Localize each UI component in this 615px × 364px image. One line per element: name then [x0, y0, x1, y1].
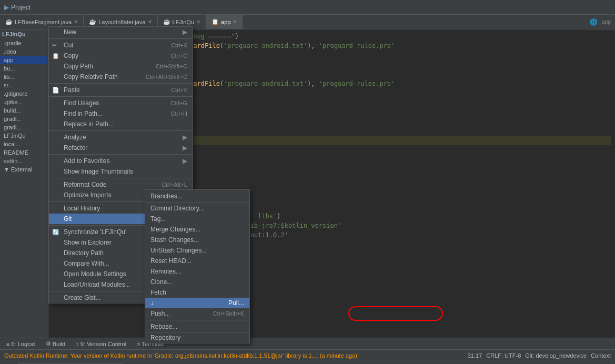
status-git: Git: develop_newdevice	[525, 352, 587, 359]
submenu-item-branches[interactable]: Branches...	[145, 191, 249, 201]
sidebar-item-build[interactable]: bu...	[0, 64, 48, 73]
tab-app[interactable]: 📋 app ✕	[206, 15, 243, 29]
menu-label: Show Image Thumbnails	[64, 168, 133, 175]
sidebar-item-external[interactable]: ▼ External	[0, 165, 48, 174]
menu-label: Refactor	[64, 144, 87, 151]
submenu-item-pull[interactable]: ↓ Pull...	[145, 298, 249, 308]
submenu-label: Merge Changes...	[150, 226, 200, 233]
menu-item-copy-path[interactable]: Copy Path Ctrl+Shift+C	[49, 61, 193, 72]
shortcut-label: Ctrl+C	[171, 53, 187, 59]
shortcut-label: Ctrl+Shift+K	[213, 310, 244, 317]
bottom-tab-version-control[interactable]: ↕ 9: Version Control	[72, 338, 130, 350]
tab-label-text: app	[221, 19, 230, 25]
project-title: Project	[11, 4, 31, 11]
cut-icon: ✂	[52, 42, 57, 49]
submenu-item-remotes[interactable]: Remotes...	[145, 266, 249, 277]
submenu-label: Clone...	[150, 278, 172, 286]
close-icon[interactable]: ✕	[74, 19, 78, 25]
sidebar-item-settings[interactable]: settin...	[0, 157, 48, 165]
submenu-label: Remotes...	[150, 268, 181, 275]
menu-item-paste[interactable]: 📄 Paste Ctrl+V	[49, 85, 193, 95]
shortcut-label: Ctrl+H	[171, 110, 187, 117]
sidebar-item-gradle[interactable]: .gradle	[0, 39, 48, 47]
menu-separator	[49, 96, 193, 97]
sidebar-item-gradle2[interactable]: gradl...	[0, 115, 48, 123]
menu-item-show-image[interactable]: Show Image Thumbnails	[49, 166, 193, 177]
menu-item-reformat[interactable]: Reformat Code Ctrl+Alt+L	[49, 179, 193, 190]
submenu-item-fetch[interactable]: Fetch	[145, 287, 249, 298]
status-warning: Outdated Kotlin Runtime: Your version of…	[4, 352, 463, 359]
git-submenu: Branches... Commit Directory... Tag... M…	[145, 189, 250, 343]
submenu-item-commit[interactable]: Commit Directory...	[145, 203, 249, 214]
menu-separator	[49, 130, 193, 131]
build-icon: ⚙	[46, 340, 51, 347]
menu-label: Directory Path	[64, 249, 104, 257]
sidebar-item-lfjinqu[interactable]: LFJinQu	[0, 132, 48, 140]
browser-icon[interactable]: 🌐	[586, 18, 602, 26]
bottom-tab-logcat[interactable]: ≡ 6: Logcat	[2, 338, 39, 350]
submenu-item-reset-head[interactable]: Reset HEAD...	[145, 256, 249, 266]
sidebar-item-readme[interactable]: README	[0, 148, 48, 157]
submenu-label: UnStash Changes...	[150, 247, 207, 254]
sidebar-item-app[interactable]: app	[0, 56, 48, 64]
menu-item-find-usages[interactable]: Find Usages Ctrl+G	[49, 98, 193, 108]
tab-icon: 📋	[211, 18, 219, 25]
menu-item-analyze[interactable]: Analyze ▶	[49, 132, 193, 143]
menu-separator	[49, 83, 193, 84]
sidebar-item-gradle3[interactable]: gradl...	[0, 123, 48, 132]
close-icon[interactable]: ✕	[233, 19, 237, 25]
close-icon[interactable]: ✕	[196, 19, 200, 25]
submenu-item-rebase[interactable]: Rebase...	[145, 321, 249, 332]
submenu-item-push[interactable]: Push... Ctrl+Shift+K	[145, 308, 249, 319]
sidebar-item-build2[interactable]: build...	[0, 106, 48, 115]
submenu-arrow-icon: ▶	[183, 144, 187, 151]
sync-icon: 🔄	[52, 229, 59, 236]
close-icon[interactable]: ✕	[148, 19, 152, 25]
menu-item-copy[interactable]: 📋 Copy Ctrl+C	[49, 50, 193, 61]
tab-icon: ☕	[163, 18, 170, 25]
shortcut-label: Ctrl+V	[171, 87, 187, 93]
menu-item-replace-path[interactable]: Replace in Path...	[49, 119, 193, 129]
top-bar: ▶ Project	[0, 0, 615, 15]
submenu-item-repository[interactable]: Repository	[145, 332, 249, 343]
menu-item-add-favorites[interactable]: Add to Favorites ▶	[49, 156, 193, 166]
input-bar: ◀ ▶ https://blog.csdn.net/qq/3733G13	[0, 361, 615, 364]
submenu-item-tag[interactable]: Tag...	[145, 214, 249, 224]
sidebar-item-local[interactable]: local...	[0, 140, 48, 148]
shortcut-label: Ctrl+G	[170, 100, 187, 106]
menu-label: Optimize Imports	[64, 191, 112, 199]
submenu-label: Push...	[150, 310, 170, 317]
sidebar-header: LFJinQu	[0, 29, 48, 39]
shortcut-label: Ctrl+Alt+Shift+C	[146, 74, 187, 80]
submenu-item-stash[interactable]: Stash Changes...	[145, 235, 249, 245]
menu-label: Paste	[64, 86, 80, 94]
submenu-item-clone[interactable]: Clone...	[145, 277, 249, 287]
shortcut-label: Ctrl+X	[171, 42, 187, 48]
menu-label: Find in Path...	[64, 110, 103, 117]
tab-label-text: LFBaseFragment.java	[15, 19, 72, 25]
menu-label: Load/Unload Modules...	[64, 281, 130, 288]
bottom-tab-build[interactable]: ⚙ Build	[42, 338, 69, 350]
menu-label: Copy	[64, 52, 78, 59]
submenu-item-merge[interactable]: Merge Changes...	[145, 224, 249, 235]
submenu-item-unstash[interactable]: UnStash Changes...	[145, 245, 249, 256]
sidebar-item-src[interactable]: sr...	[0, 81, 48, 89]
menu-item-copy-relative-path[interactable]: Copy Relative Path Ctrl+Alt+Shift+C	[49, 72, 193, 82]
sidebar-item-idea[interactable]: .idea	[0, 47, 48, 56]
submenu-label: Commit Directory...	[150, 205, 204, 212]
menu-label: Show in Explorer	[64, 239, 112, 246]
submenu-label: Fetch	[150, 289, 166, 296]
logcat-icon: ≡	[6, 341, 9, 347]
menu-item-refactor[interactable]: Refactor ▶	[49, 143, 193, 153]
menu-item-new[interactable]: New ▶	[49, 27, 193, 37]
menu-item-find-path[interactable]: Find in Path... Ctrl+H	[49, 108, 193, 119]
submenu-label: Reset HEAD...	[150, 257, 191, 265]
sidebar-item-libs[interactable]: lib...	[0, 73, 48, 81]
sidebar-item-gitignore[interactable]: .gitignore	[0, 89, 48, 98]
project-icon: ▶	[4, 4, 9, 11]
menu-item-cut[interactable]: ✂ Cut Ctrl+X	[49, 40, 193, 50]
menu-label: Find Usages	[64, 99, 99, 107]
submenu-label: Stash Changes...	[150, 236, 199, 244]
submenu-arrow-icon: ▶	[183, 157, 187, 165]
sidebar-item-gitke[interactable]: .gitke...	[0, 98, 48, 106]
